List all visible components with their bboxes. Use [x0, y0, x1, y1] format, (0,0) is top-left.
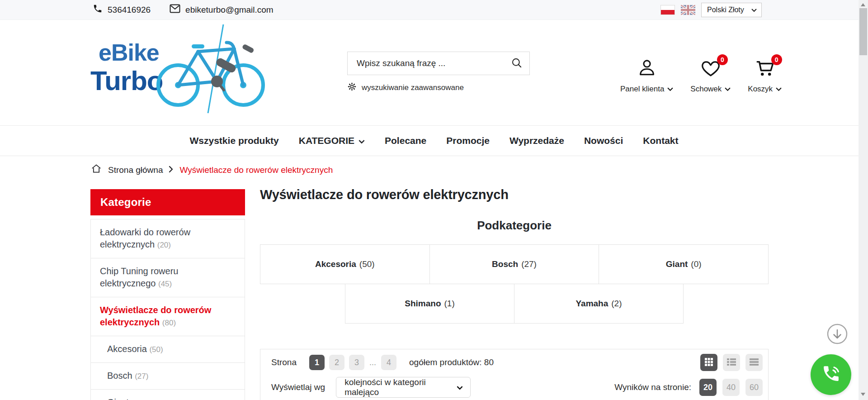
bike-logo-icon	[155, 24, 265, 116]
pagination: 1 2 3 ... 4	[309, 355, 396, 370]
item-count: (50)	[149, 345, 163, 354]
nav-new[interactable]: Nowości	[584, 135, 623, 146]
account-area: Panel klienta 0 Schowek	[620, 57, 782, 94]
email-address: ebiketurbo@gmail.com	[185, 5, 274, 15]
subcategory-giant[interactable]: Giant (0)	[599, 244, 769, 284]
nav-sale[interactable]: Wyprzedaże	[509, 135, 564, 146]
scrollbar-thumb[interactable]	[859, 8, 867, 55]
category-list: Ładowarki do rowerów elektrycznych (20) …	[90, 219, 245, 400]
sidebar-item-akcesoria[interactable]: Akcesoria (50)	[91, 336, 245, 362]
nav-categories[interactable]: KATEGORIE	[299, 135, 365, 146]
header: eBike Turbo	[0, 20, 868, 125]
search-area: wyszukiwanie zaawansowane	[347, 52, 530, 94]
nav-all-products[interactable]: Wszystkie produkty	[190, 135, 279, 146]
sidebar-item-wyswietlacze[interactable]: Wyświetlacze do rowerów elektrycznych (8…	[91, 297, 245, 336]
nav-recommended[interactable]: Polecane	[385, 135, 426, 146]
sort-value: kolejności w kategorii malejąco	[344, 377, 457, 397]
locale-controls: Polski Złoty	[660, 3, 762, 17]
subcategory-bosch[interactable]: Bosch (27)	[429, 244, 599, 284]
search-button[interactable]	[504, 52, 529, 75]
sort-label: Wyświetlaj wg	[271, 382, 325, 392]
listing-toolbar: Strona 1 2 3 ... 4 ogółem produktów: 80	[260, 349, 769, 400]
currency-select[interactable]: Polski Złoty	[701, 3, 762, 17]
call-icon	[821, 363, 841, 386]
account-panel-button[interactable]: Panel klienta	[620, 57, 673, 94]
per-page-label: Wyników na stronie:	[614, 382, 691, 392]
per-page-60-button[interactable]: 60	[745, 379, 763, 396]
phone-number: 536416926	[108, 5, 151, 15]
sidebar-title: Kategorie	[90, 189, 245, 215]
wishlist-label: Schowek	[690, 85, 722, 94]
breadcrumb-current[interactable]: Wyświetlacze do rowerów elektrycznych	[179, 165, 333, 175]
currency-value: Polski Złoty	[707, 6, 744, 14]
uk-flag-icon[interactable]	[681, 5, 695, 15]
item-count: (45)	[158, 280, 172, 288]
main-navigation: Wszystkie produkty KATEGORIE Polecane Pr…	[0, 125, 868, 156]
call-button[interactable]	[811, 354, 851, 395]
sidebar-item-chip-tuning[interactable]: Chip Tuning roweru elektrycznego (45)	[91, 258, 245, 297]
page-button-4[interactable]: 4	[381, 355, 396, 370]
page-button-1[interactable]: 1	[309, 355, 325, 370]
phone-contact[interactable]: 536416926	[93, 4, 151, 16]
page-button-2[interactable]: 2	[329, 355, 344, 370]
nav-contact[interactable]: Kontakt	[643, 135, 678, 146]
contact-info: 536416926 ebiketurbo@gmail.com	[93, 4, 274, 16]
subcategory-yamaha[interactable]: Yamaha (2)	[514, 284, 684, 324]
wishlist-badge: 0	[717, 54, 728, 65]
home-icon[interactable]	[90, 163, 102, 177]
breadcrumb: Strona główna Wyświetlacze do rowerów el…	[90, 163, 333, 177]
advanced-search-link[interactable]: wyszukiwanie zaawansowane	[347, 82, 464, 94]
chevron-down-icon	[751, 6, 757, 14]
topbar: 536416926 ebiketurbo@gmail.com Polski Zł…	[0, 0, 868, 20]
cart-label: Koszyk	[748, 85, 773, 94]
total-products-label: ogółem produktów: 80	[409, 357, 494, 367]
list-view-button[interactable]	[723, 354, 740, 371]
search-icon	[511, 57, 523, 70]
search-input[interactable]	[348, 58, 504, 68]
mail-icon	[170, 4, 180, 15]
pagination-ellipsis: ...	[369, 358, 376, 367]
subcategory-shimano[interactable]: Shimano (1)	[345, 284, 514, 324]
scrollbar[interactable]	[859, 0, 868, 400]
chevron-down-icon	[359, 135, 365, 146]
list-view-icon	[726, 357, 736, 368]
email-contact[interactable]: ebiketurbo@gmail.com	[170, 4, 274, 15]
per-page-20-button[interactable]: 20	[699, 379, 717, 396]
view-switcher	[700, 354, 763, 371]
page-button-3[interactable]: 3	[349, 355, 364, 370]
scrollbar-down-arrow[interactable]	[861, 393, 865, 396]
cart-badge: 0	[771, 54, 782, 65]
grid-view-button[interactable]	[700, 354, 717, 371]
breadcrumb-home-link[interactable]: Strona główna	[108, 165, 163, 175]
sort-row: Wyświetlaj wg kolejności w kategorii mal…	[271, 377, 763, 398]
nav-promotions[interactable]: Promocje	[446, 135, 490, 146]
compact-view-button[interactable]	[745, 354, 763, 371]
logo-text-turbo: Turbo	[90, 65, 163, 96]
compact-view-icon	[749, 357, 759, 368]
pagination-row: Strona 1 2 3 ... 4 ogółem produktów: 80	[271, 354, 763, 371]
logo[interactable]: eBike Turbo	[90, 26, 267, 117]
sidebar-item-giant[interactable]: Giant (0)	[91, 389, 245, 400]
item-count: (20)	[157, 241, 171, 249]
scroll-down-button[interactable]	[826, 323, 848, 345]
chevron-right-icon	[169, 165, 174, 175]
sort-select[interactable]: kolejności w kategorii malejąco	[336, 377, 471, 398]
subcategory-akcesoria[interactable]: Akcesoria (50)	[260, 244, 430, 284]
poland-flag-icon[interactable]	[660, 5, 675, 15]
cart-button[interactable]: 0 Koszyk	[748, 57, 782, 94]
scrollbar-up-arrow[interactable]	[861, 3, 865, 6]
gear-icon	[347, 82, 357, 94]
wishlist-button[interactable]: 0 Schowek	[690, 57, 731, 94]
sidebar-item-ladowarki[interactable]: Ładowarki do rowerów elektrycznych (20)	[91, 219, 245, 258]
page-title: Wyświetlacze do rowerów elektrycznych	[260, 187, 769, 202]
logo-text-ebike: eBike	[99, 39, 159, 66]
advanced-search-label: wyszukiwanie zaawansowane	[362, 83, 464, 92]
scroll-down-icon	[826, 338, 848, 346]
main-content: Wyświetlacze do rowerów elektrycznych Po…	[260, 187, 769, 400]
subcategory-row-2: Shimano (1) Yamaha (2)	[260, 284, 769, 324]
page-label: Strona	[271, 357, 297, 367]
grid-view-icon	[704, 357, 713, 368]
sidebar-item-bosch[interactable]: Bosch (27)	[91, 362, 245, 389]
item-count: (27)	[135, 372, 148, 381]
per-page-40-button[interactable]: 40	[722, 379, 740, 396]
